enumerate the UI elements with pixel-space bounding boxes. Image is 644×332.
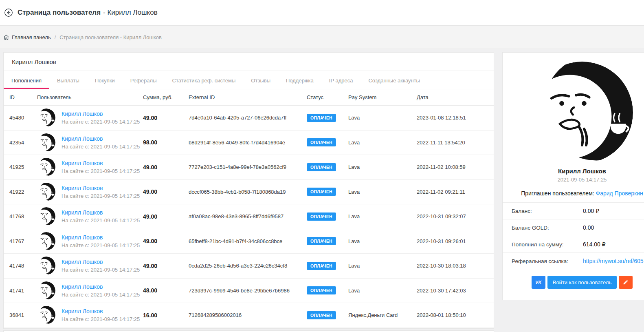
card-title: Кирилл Лошков: [4, 53, 494, 71]
breadcrumb: Главная панель / Страница пользователя -…: [0, 25, 644, 49]
tab-5[interactable]: Отзывы: [243, 71, 278, 89]
status-badge: ОПЛАЧЕН: [307, 262, 336, 270]
amount: 48.00: [143, 287, 189, 294]
table-row: 36841 Кирилл Лошков На сайте с: 2021-09-…: [4, 303, 494, 328]
tabs: ПополненияВыплатыПокупкиРефералыСтатисти…: [4, 71, 494, 89]
user-name-link[interactable]: Кирилл Лошков: [62, 308, 140, 314]
table-body: 45480 Кирилл Лошков На сайте с: 2021-09-…: [4, 106, 494, 328]
user-avatar: [37, 232, 55, 250]
user-since: На сайте с: 2021-09-05 14:17:25: [62, 267, 140, 273]
user-avatar: [37, 306, 55, 324]
breadcrumb-separator: /: [55, 34, 56, 40]
user-avatar: [37, 133, 55, 152]
user-name-link[interactable]: Кирилл Лошков: [62, 209, 140, 216]
profile-info-row: Баланс: 0.00 ₽: [503, 202, 644, 219]
invited-by-link[interactable]: Фарид Проверкин: [596, 190, 643, 197]
col-id: ID: [9, 94, 37, 100]
date: 2022-08-01 18:50:10: [417, 312, 494, 318]
tab-6[interactable]: Поддержка: [278, 71, 321, 89]
pay-system: Lava: [348, 189, 417, 195]
table-row: 41767 Кирилл Лошков На сайте с: 2021-09-…: [4, 229, 494, 254]
user-since: На сайте с: 2021-09-05 14:17:25: [62, 292, 140, 298]
user-name-link[interactable]: Кирилл Лошков: [62, 185, 140, 191]
date: 2022-10-30 18:03:18: [417, 263, 494, 269]
info-value: 614.00 ₽: [583, 241, 606, 248]
tab-8[interactable]: Созданные аккаунты: [360, 71, 427, 89]
login-as-user-button[interactable]: Войти как пользователь: [547, 276, 617, 289]
breadcrumb-home-link[interactable]: Главная панель: [3, 34, 51, 40]
referral-link[interactable]: https://mywot.su/ref/605: [583, 258, 644, 264]
table-row: 41925 Кирилл Лошков На сайте с: 2021-09-…: [4, 155, 494, 180]
invited-by-line: Приглашен пользователем: Фарид Проверкин: [503, 190, 644, 197]
amount: 98.00: [143, 139, 189, 146]
info-value: 0.00 ₽: [583, 208, 599, 214]
invited-by-label: Приглашен пользователем:: [521, 190, 594, 197]
home-icon: [3, 34, 9, 40]
col-date: Дата: [417, 94, 494, 100]
tab-0[interactable]: Пополнения: [4, 71, 49, 89]
user-avatar: [37, 207, 55, 226]
table-row: 41768 Кирилл Лошков На сайте с: 2021-09-…: [4, 204, 494, 229]
user-name-link[interactable]: Кирилл Лошков: [62, 111, 140, 117]
user-since: На сайте с: 2021-09-05 14:17:25: [62, 193, 140, 199]
pay-system: Lava: [348, 238, 417, 244]
amount: 16.00: [143, 312, 189, 319]
next-card-edge: [3, 330, 494, 332]
pay-system: Lava: [348, 288, 417, 294]
row-id: 45480: [9, 115, 37, 121]
table-header: ID Пользователь Сумма, руб. External ID …: [4, 89, 494, 106]
col-external-id: External ID: [189, 94, 307, 100]
edit-user-button[interactable]: [619, 276, 633, 289]
breadcrumb-home-label: Главная панель: [12, 34, 51, 40]
table-row: 41922 Кирилл Лошков На сайте с: 2021-09-…: [4, 180, 494, 205]
vk-button[interactable]: VK: [532, 276, 545, 289]
external-id: 723d397c-99b9-4546-be8e-29bbe67b6986: [189, 288, 307, 294]
status-badge: ОПЛАЧЕН: [307, 188, 336, 196]
external-id: 65fbeff8-21bc-4d91-b7f4-34c806cc8bce: [189, 238, 307, 244]
row-id: 41741: [9, 288, 37, 294]
pen-icon: [623, 279, 629, 285]
tab-4[interactable]: Статистика реф. системы: [165, 71, 244, 89]
pay-system: Lava: [348, 115, 417, 121]
amount: 49.00: [143, 115, 189, 121]
pay-system: Lava: [348, 263, 417, 269]
pay-system: Lava: [348, 164, 417, 170]
tab-1[interactable]: Выплаты: [49, 71, 87, 89]
profile-info-row: Пополнил на сумму: 614.00 ₽: [503, 236, 644, 252]
tab-2[interactable]: Покупки: [87, 71, 123, 89]
profile-info-row: Реферальная ссылка: https://mywot.su/ref…: [503, 252, 644, 269]
pay-system: Яндекс.Деньги Card: [348, 312, 417, 318]
user-name-link[interactable]: Кирилл Лошков: [62, 135, 140, 142]
user-avatar: [37, 281, 55, 300]
user-name-link[interactable]: Кирилл Лошков: [62, 283, 140, 290]
table-row: 41748 Кирилл Лошков На сайте с: 2021-09-…: [4, 254, 494, 279]
user-avatar: [37, 158, 55, 176]
user-avatar: [37, 257, 55, 275]
row-id: 42354: [9, 139, 37, 146]
date: 2023-01-08 12:18:51: [417, 115, 494, 121]
date: 2022-10-31 09:32:07: [417, 213, 494, 219]
tab-3[interactable]: Рефералы: [123, 71, 165, 89]
user-name-link[interactable]: Кирилл Лошков: [62, 160, 140, 166]
external-id: af0a08ac-98e8-43e3-8965-8ff7dd6f9587: [189, 213, 307, 219]
row-id: 41748: [9, 263, 37, 269]
user-name-link[interactable]: Кирилл Лошков: [62, 259, 140, 265]
user-name-link[interactable]: Кирилл Лошков: [62, 234, 140, 241]
date: 2022-10-30 17:42:03: [417, 288, 494, 294]
col-status: Статус: [307, 94, 348, 100]
profile-actions: VK Войти как пользователь: [503, 276, 644, 289]
table-row: 45480 Кирилл Лошков На сайте с: 2021-09-…: [4, 106, 494, 131]
date: 2022-11-11 13:54:20: [417, 139, 494, 146]
back-icon[interactable]: [4, 8, 13, 17]
tab-7[interactable]: IP адреса: [321, 71, 361, 89]
row-id: 36841: [9, 312, 37, 318]
date: 2022-10-31 09:26:01: [417, 238, 494, 244]
external-id: 7d4e0a10-64ab-4205-a727-06e26dcda7ff: [189, 115, 307, 121]
external-id: dcccf065-38bb-4cb1-b058-7f180868da19: [189, 189, 307, 195]
external-id: b8d2914f-8e56-4049-80fc-f7d4d416904e: [189, 139, 307, 146]
status-badge: ОПЛАЧЕН: [307, 286, 336, 294]
status-badge: ОПЛАЧЕН: [307, 311, 336, 319]
breadcrumb-current: Страница пользователя - Кирилл Лошков: [59, 34, 162, 40]
user-profile-card: Кирилл Лошков 2021-09-05 14:17:25 Пригла…: [502, 52, 644, 300]
profile-info-row: Баланс GOLD: 0.00: [503, 219, 644, 236]
